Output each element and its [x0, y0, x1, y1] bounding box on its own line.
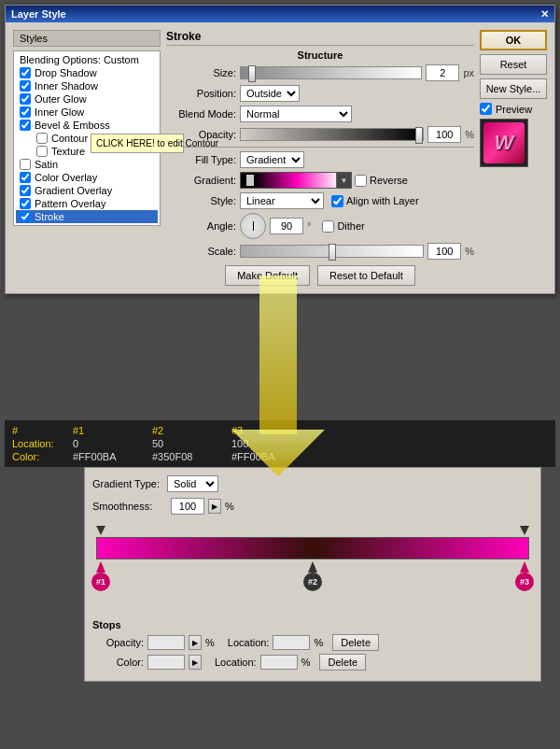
gradient-label: Gradient:	[166, 175, 236, 186]
smoothness-arrow[interactable]: ▶	[208, 499, 221, 514]
reverse-checkbox[interactable]	[355, 175, 367, 187]
fill-type-row: Fill Type: Color Gradient Pattern	[166, 151, 474, 168]
pattern-overlay-checkbox[interactable]	[20, 198, 31, 209]
angle-input[interactable]	[270, 218, 303, 234]
color1-value: #FF00BA	[73, 451, 152, 462]
top-stop-right[interactable]	[520, 526, 529, 535]
svg-rect-0	[259, 276, 297, 434]
size-unit: px	[463, 67, 474, 78]
sidebar-item-color-overlay[interactable]: Color Overlay	[16, 171, 158, 184]
align-checkbox[interactable]	[331, 195, 343, 207]
smoothness-input[interactable]	[171, 498, 204, 515]
scale-slider[interactable]	[240, 245, 424, 258]
close-button[interactable]: ✕	[540, 9, 549, 20]
stop-1-marker[interactable]	[96, 561, 105, 572]
angle-dial[interactable]	[240, 213, 266, 239]
color-swatch-input[interactable]	[147, 655, 185, 670]
color-stop-label: Color:	[92, 657, 144, 668]
gradient-type-select[interactable]: Solid Noise	[167, 475, 218, 492]
opacity-slider[interactable]	[240, 128, 424, 141]
col3-header: #3	[231, 425, 325, 436]
satin-checkbox[interactable]	[20, 159, 31, 170]
stops-header-row: # #1 #2 #3	[12, 425, 548, 436]
size-input[interactable]	[426, 64, 459, 81]
gradient-type-label: Gradient Type:	[92, 478, 160, 489]
opacity-location-label: Location:	[228, 637, 270, 648]
make-default-button[interactable]: Make Default	[225, 265, 310, 286]
color-overlay-checkbox[interactable]	[20, 172, 31, 183]
reset-button[interactable]: Reset	[480, 54, 547, 75]
stops-section-label: Stops	[92, 619, 533, 630]
sidebar-item-pattern-overlay[interactable]: Pattern Overlay	[16, 197, 158, 210]
preview-toggle[interactable]: Preview	[480, 103, 547, 115]
texture-label: Texture	[51, 146, 85, 157]
stop-3-circle[interactable]: #3	[515, 572, 534, 591]
color-row: Color: #FF00BA #350F08 #FF00BA	[12, 451, 548, 462]
sidebar-item-satin[interactable]: Satin	[16, 158, 158, 171]
opacity-input[interactable]	[427, 126, 461, 143]
angle-line	[253, 221, 254, 231]
color-location-input[interactable]	[260, 655, 298, 670]
top-stop-left[interactable]	[96, 526, 105, 535]
preview-label: Preview	[496, 104, 532, 115]
sidebar-item-bevel-emboss[interactable]: Bevel & Emboss	[16, 119, 158, 132]
scale-input[interactable]	[427, 243, 461, 260]
sidebar-item-inner-shadow[interactable]: Inner Shadow	[16, 79, 158, 92]
stop-3-marker[interactable]	[520, 561, 529, 572]
dither-checkbox[interactable]	[322, 220, 334, 233]
sidebar-item-inner-glow[interactable]: Inner Glow	[16, 106, 158, 119]
fill-type-select[interactable]: Color Gradient Pattern	[240, 151, 304, 168]
drop-shadow-checkbox[interactable]	[20, 67, 31, 78]
preview-checkbox[interactable]	[480, 103, 492, 115]
align-label[interactable]: Align with Layer	[331, 195, 419, 207]
style-select[interactable]: Linear Radial Angle Reflected Diamond	[240, 192, 324, 209]
sidebar-item-gradient-overlay[interactable]: Gradient Overlay	[16, 184, 158, 197]
sidebar-item-outer-glow[interactable]: Outer Glow	[16, 92, 158, 106]
contour-label: Contour	[51, 133, 88, 144]
dither-label[interactable]: Dither	[322, 220, 364, 233]
gradient-dropdown-arrow[interactable]: ▼	[336, 173, 351, 188]
stroke-checkbox[interactable]	[20, 211, 31, 222]
styles-header[interactable]: Styles	[13, 30, 161, 47]
satin-label: Satin	[35, 159, 58, 170]
position-row: Position: Outside Inside Center	[166, 85, 474, 102]
location-row-label: Location:	[12, 438, 73, 449]
sidebar-item-blending[interactable]: Blending Options: Custom	[16, 53, 158, 66]
contour-checkbox[interactable]	[36, 133, 48, 144]
texture-checkbox[interactable]	[36, 146, 48, 157]
top-stops	[96, 526, 529, 535]
sidebar-item-stroke[interactable]: Stroke	[16, 210, 158, 223]
bevel-emboss-checkbox[interactable]	[20, 120, 31, 131]
stop-3-group: #3	[520, 561, 529, 572]
opacity-arrow-btn[interactable]: ▶	[189, 635, 202, 650]
opacity-stop-input[interactable]	[147, 635, 185, 650]
color-arrow-btn[interactable]: ▶	[189, 655, 202, 670]
stop-2-circle[interactable]: #2	[303, 572, 322, 591]
gradient-picker[interactable]: ▼	[240, 172, 352, 189]
reverse-label[interactable]: Reverse	[355, 175, 408, 187]
size-slider[interactable]	[240, 66, 422, 79]
inner-shadow-checkbox[interactable]	[20, 80, 31, 92]
opacity-location-pct: %	[314, 637, 323, 648]
inner-glow-checkbox[interactable]	[20, 106, 31, 118]
sidebar-item-drop-shadow[interactable]: Drop Shadow	[16, 66, 158, 79]
sidebar-item-texture[interactable]: Texture	[16, 145, 158, 158]
blend-mode-select[interactable]: Normal Dissolve Multiply	[240, 106, 352, 122]
gradient-overlay-checkbox[interactable]	[20, 185, 31, 196]
delete-color-button[interactable]: Delete	[319, 654, 366, 671]
opacity-location-input[interactable]	[273, 635, 310, 650]
scale-slider-thumb[interactable]	[329, 244, 336, 261]
outer-glow-checkbox[interactable]	[20, 93, 31, 105]
stop-2-marker[interactable]	[308, 561, 317, 572]
new-style-button[interactable]: New Style...	[480, 78, 547, 99]
sidebar-item-contour[interactable]: Contour CLICK HERE! to edit Contour	[16, 132, 158, 145]
reset-default-button[interactable]: Reset to Default	[317, 265, 415, 286]
color2-value: #350F08	[152, 451, 231, 462]
stop-1-circle[interactable]: #1	[91, 572, 110, 591]
gradient-color-bar[interactable]	[96, 537, 529, 559]
opacity-slider-thumb[interactable]	[415, 127, 423, 144]
delete-opacity-button[interactable]: Delete	[332, 634, 379, 651]
position-select[interactable]: Outside Inside Center	[240, 85, 300, 102]
ok-button[interactable]: OK	[480, 30, 547, 50]
size-slider-thumb[interactable]	[248, 65, 256, 82]
